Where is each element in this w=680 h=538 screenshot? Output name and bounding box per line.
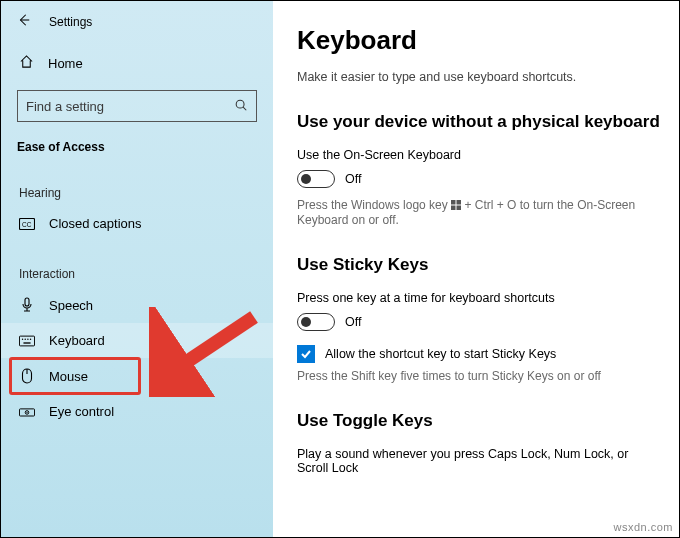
sidebar-item-label: Keyboard (49, 333, 105, 348)
home-icon (19, 54, 34, 72)
checkbox-checked[interactable] (297, 345, 315, 363)
sidebar-item-closed-captions[interactable]: CC Closed captions (1, 206, 273, 241)
sidebar: Settings Home Find a setting Ease of Acc… (1, 1, 273, 537)
toggle-sticky[interactable]: Off (297, 313, 661, 331)
hint-osk: Press the Windows logo key + Ctrl + O to… (297, 198, 661, 227)
search-icon (234, 98, 248, 115)
sidebar-item-label: Eye control (49, 404, 114, 419)
group-header-ease-of-access: Ease of Access (1, 136, 273, 160)
sidebar-item-mouse[interactable]: Mouse (1, 358, 273, 394)
section-heading: Use Toggle Keys (297, 411, 661, 431)
captions-icon: CC (19, 218, 35, 230)
sidebar-item-label: Speech (49, 298, 93, 313)
setting-label-toggle-keys: Play a sound whenever you press Caps Loc… (297, 447, 661, 475)
microphone-icon (19, 297, 35, 313)
toggle-osk[interactable]: Off (297, 170, 661, 188)
svg-line-2 (243, 107, 246, 110)
toggle-switch[interactable] (297, 313, 335, 331)
back-icon[interactable] (17, 13, 31, 30)
watermark: wsxdn.com (613, 521, 673, 533)
toggle-state: Off (345, 172, 361, 186)
section-sticky-keys: Use Sticky Keys Press one key at a time … (297, 255, 661, 383)
svg-point-8 (25, 338, 26, 339)
window-title: Settings (49, 15, 92, 29)
svg-rect-6 (19, 336, 34, 346)
page-subtitle: Make it easier to type and use keyboard … (297, 70, 661, 84)
section-heading: Use your device without a physical keybo… (297, 112, 661, 132)
search-placeholder: Find a setting (26, 99, 104, 114)
home-label: Home (48, 56, 83, 71)
svg-point-7 (22, 338, 23, 339)
search-input[interactable]: Find a setting (17, 90, 257, 122)
sidebar-header: Settings (1, 9, 273, 44)
sidebar-item-speech[interactable]: Speech (1, 287, 273, 323)
svg-point-1 (236, 100, 244, 108)
checkbox-label: Allow the shortcut key to start Sticky K… (325, 347, 556, 361)
section-heading: Use Sticky Keys (297, 255, 661, 275)
section-toggle-keys: Use Toggle Keys Play a sound whenever yo… (297, 411, 661, 475)
mouse-icon (19, 368, 35, 384)
svg-rect-5 (25, 298, 29, 306)
sidebar-item-label: Mouse (49, 369, 88, 384)
windows-logo-icon (451, 199, 461, 213)
subgroup-header-interaction: Interaction (1, 263, 273, 287)
svg-rect-17 (451, 200, 456, 205)
sidebar-home[interactable]: Home (1, 44, 273, 82)
svg-rect-19 (451, 206, 456, 211)
svg-point-9 (27, 338, 28, 339)
checkbox-row-sticky-shortcut[interactable]: Allow the shortcut key to start Sticky K… (297, 345, 661, 363)
hint-sticky: Press the Shift key five times to turn S… (297, 369, 661, 383)
svg-point-10 (30, 338, 31, 339)
content-panel: Keyboard Make it easier to type and use … (273, 1, 679, 537)
keyboard-icon (19, 335, 35, 347)
page-title: Keyboard (297, 25, 661, 56)
setting-label-osk: Use the On-Screen Keyboard (297, 148, 661, 162)
setting-label-sticky: Press one key at a time for keyboard sho… (297, 291, 661, 305)
settings-window: Settings Home Find a setting Ease of Acc… (1, 1, 679, 537)
toggle-state: Off (345, 315, 361, 329)
svg-point-16 (26, 411, 27, 412)
svg-text:CC: CC (22, 220, 32, 227)
section-osk: Use your device without a physical keybo… (297, 112, 661, 227)
toggle-switch[interactable] (297, 170, 335, 188)
eye-icon (19, 406, 35, 418)
sidebar-item-eye-control[interactable]: Eye control (1, 394, 273, 429)
subgroup-header-hearing: Hearing (1, 182, 273, 206)
sidebar-item-label: Closed captions (49, 216, 142, 231)
sidebar-item-keyboard[interactable]: Keyboard (1, 323, 273, 358)
svg-rect-11 (23, 342, 30, 343)
